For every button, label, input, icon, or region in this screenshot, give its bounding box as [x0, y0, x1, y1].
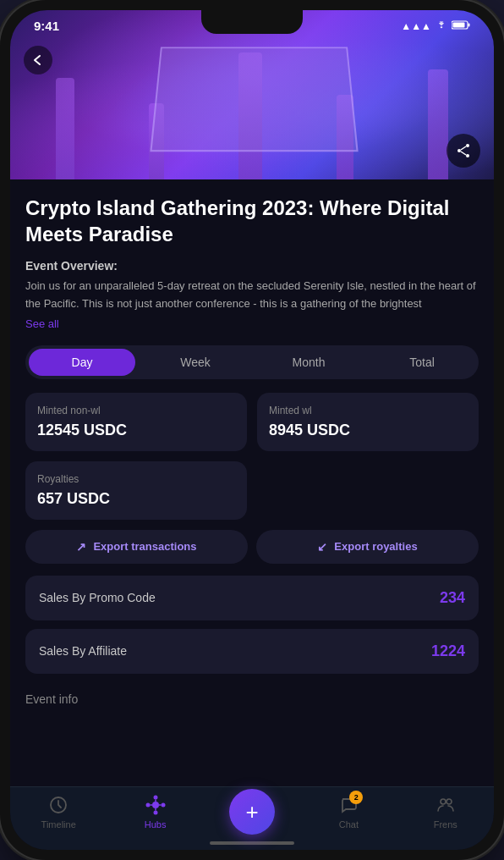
- share-button[interactable]: [446, 134, 480, 168]
- fab-icon: +: [245, 801, 258, 823]
- content-scroll[interactable]: Crypto Island Gathering 2023: Where Digi…: [10, 179, 494, 786]
- pillar-5: [428, 69, 448, 179]
- timeline-label: Timeline: [41, 819, 76, 830]
- export-transactions-button[interactable]: ↗ Export transactions: [25, 530, 248, 564]
- nav-timeline[interactable]: Timeline: [33, 794, 84, 830]
- sales-affiliate-row: Sales By Affiliate 1224: [25, 629, 479, 674]
- svg-line-6: [461, 146, 466, 150]
- overview-label: Event Overview:: [25, 259, 479, 273]
- stats-row-top: Minted non-wl 12545 USDC Minted wl 8945 …: [25, 393, 479, 451]
- tab-total[interactable]: Total: [369, 349, 475, 376]
- sales-affiliate-value: 1224: [431, 642, 465, 660]
- minted-wl-value: 8945 USDC: [269, 422, 467, 439]
- stat-card-royalties: Royalties 657 USDC: [25, 461, 247, 520]
- svg-point-18: [441, 799, 446, 804]
- fab-container: +: [229, 789, 275, 835]
- stat-card-minted-non-wl: Minted non-wl 12545 USDC: [25, 393, 247, 451]
- sales-promo-label: Sales By Promo Code: [39, 591, 440, 604]
- royalties-label: Royalties: [37, 473, 235, 485]
- signal-icon: ▲▲▲: [401, 20, 431, 32]
- svg-point-12: [145, 803, 150, 808]
- frens-icon: [435, 794, 457, 816]
- hubs-label: Hubs: [145, 819, 167, 830]
- chat-icon: 2: [337, 794, 359, 816]
- phone-screen: 9:41 ▲▲▲: [10, 10, 494, 850]
- sales-promo-row: Sales By Promo Code 234: [25, 576, 479, 620]
- export-row: ↗ Export transactions ↙ Export royalties: [25, 530, 479, 564]
- battery-icon: [452, 20, 470, 32]
- tab-month[interactable]: Month: [255, 349, 362, 376]
- svg-point-13: [161, 803, 165, 808]
- tab-day[interactable]: Day: [29, 349, 135, 376]
- chat-label: Chat: [339, 819, 359, 830]
- svg-rect-1: [468, 23, 470, 26]
- chat-badge: 2: [349, 791, 363, 804]
- see-all-link[interactable]: See all: [25, 317, 59, 330]
- pillar-4: [337, 95, 353, 179]
- pillar-3: [238, 52, 262, 179]
- nav-frens[interactable]: Frens: [420, 794, 471, 830]
- content-body: Crypto Island Gathering 2023: Where Digi…: [10, 179, 494, 674]
- notch: [201, 10, 303, 34]
- status-time: 9:41: [34, 19, 59, 33]
- svg-point-5: [466, 154, 469, 157]
- export-royalties-icon: ↙: [317, 540, 327, 554]
- svg-point-9: [152, 802, 159, 808]
- back-button[interactable]: [24, 46, 52, 74]
- svg-point-19: [446, 799, 452, 804]
- home-indicator: [210, 841, 294, 845]
- sales-promo-value: 234: [440, 589, 465, 607]
- svg-point-3: [466, 144, 469, 147]
- minted-non-wl-label: Minted non-wl: [37, 405, 235, 416]
- nav-hubs[interactable]: Hubs: [130, 794, 181, 830]
- export-royalties-button[interactable]: ↙ Export royalties: [256, 530, 479, 564]
- svg-line-7: [461, 152, 466, 155]
- svg-rect-2: [453, 22, 465, 27]
- wifi-icon: [436, 20, 447, 32]
- export-royalties-label: Export royalties: [334, 540, 417, 553]
- event-title: Crypto Island Gathering 2023: Where Digi…: [25, 195, 479, 247]
- svg-point-4: [457, 149, 461, 152]
- sales-affiliate-label: Sales By Affiliate: [39, 644, 431, 658]
- export-transactions-label: Export transactions: [93, 540, 196, 553]
- stat-card-minted-wl: Minted wl 8945 USDC: [257, 393, 479, 451]
- event-info-row: Event info: [10, 682, 494, 713]
- hubs-icon: [145, 794, 167, 816]
- phone-frame: 9:41 ▲▲▲: [0, 0, 504, 860]
- bottom-nav: Timeline Hubs: [10, 786, 494, 850]
- minted-wl-label: Minted wl: [269, 405, 467, 416]
- nav-chat[interactable]: 2 Chat: [323, 794, 374, 830]
- tab-week[interactable]: Week: [142, 349, 249, 376]
- tabs-row: Day Week Month Total: [25, 345, 479, 379]
- event-description: Join us for an unparalleled 5-day retrea…: [25, 278, 479, 311]
- fab-button[interactable]: +: [229, 789, 275, 835]
- pillar-1: [56, 78, 74, 179]
- frens-label: Frens: [434, 819, 457, 830]
- export-transactions-icon: ↗: [76, 540, 86, 554]
- timeline-icon: [47, 794, 69, 816]
- svg-point-11: [153, 811, 157, 815]
- minted-non-wl-value: 12545 USDC: [37, 422, 235, 439]
- svg-point-10: [153, 796, 157, 800]
- status-icons: ▲▲▲: [401, 20, 470, 32]
- royalties-value: 657 USDC: [37, 490, 235, 508]
- pillar-2: [149, 103, 164, 179]
